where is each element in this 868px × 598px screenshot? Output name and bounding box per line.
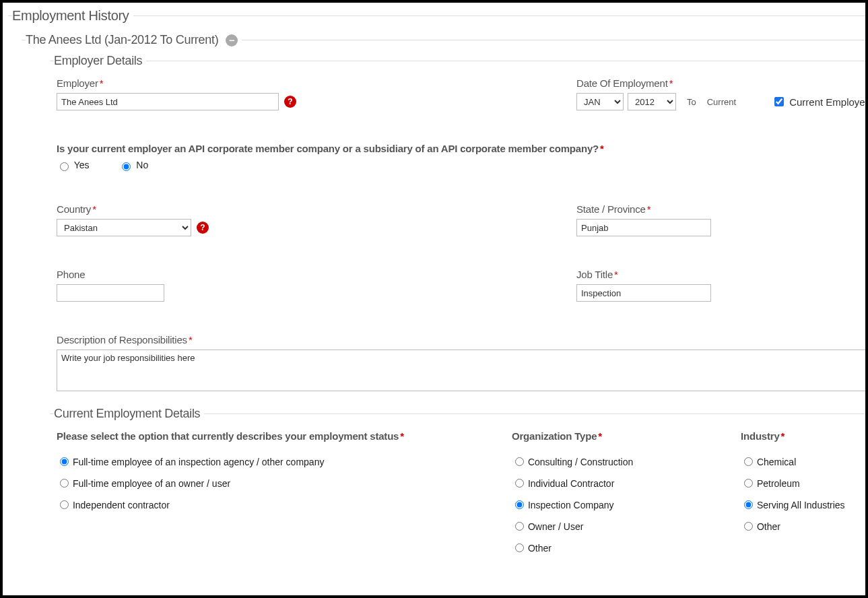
employer-details-section: Employer Details Employer* ? (50, 54, 868, 396)
org-type-owner[interactable]: Owner / User (512, 520, 741, 532)
emp-status-independent-radio[interactable] (60, 500, 69, 509)
org-type-other[interactable]: Other (512, 541, 741, 554)
org-type-inspection[interactable]: Inspection Company (512, 498, 741, 510)
responsibilities-label: Description of Responsibilities* (57, 334, 868, 345)
org-type-inspection-radio[interactable] (515, 500, 524, 509)
responsibilities-textarea[interactable]: Write your job responsibilities here (57, 350, 868, 391)
year-select[interactable]: 2012 (628, 93, 676, 110)
org-type-individual-radio[interactable] (515, 479, 524, 488)
industry-serving-all-radio[interactable] (744, 500, 753, 509)
emp-status-fulltime-inspection[interactable]: Full-time employee of an inspection agen… (57, 455, 512, 467)
org-type-other-radio[interactable] (515, 543, 524, 552)
current-employment-details-title: Current Employment Details (54, 407, 204, 421)
industry-chemical[interactable]: Chemical (741, 455, 845, 467)
help-icon[interactable]: ? (197, 222, 209, 234)
employer-input[interactable] (57, 93, 279, 110)
employment-status-label: Please select the option that currently … (57, 430, 512, 442)
emp-status-fulltime-owner[interactable]: Full-time employee of an owner / user (57, 477, 512, 489)
org-type-owner-radio[interactable] (515, 522, 524, 531)
to-value: Current (707, 97, 736, 107)
help-icon[interactable]: ? (284, 96, 296, 108)
api-member-no-label[interactable]: No (119, 160, 148, 170)
entry-title-text: The Anees Ltd (Jan-2012 To Current) (26, 33, 218, 46)
api-member-yes-radio[interactable] (60, 162, 69, 171)
emp-status-independent[interactable]: Independent contractor (57, 498, 512, 510)
date-of-employment-label: Date Of Employment* (576, 77, 772, 89)
employment-history-title: Employment History (12, 8, 133, 24)
industry-serving-all[interactable]: Serving All Industries (741, 498, 845, 510)
org-type-consulting[interactable]: Consulting / Construction (512, 455, 741, 467)
industry-chemical-radio[interactable] (744, 457, 753, 466)
state-label: State / Province* (576, 203, 711, 215)
employment-history-section: Employment History The Anees Ltd (Jan-20… (8, 8, 868, 576)
current-employment-details-section: Current Employment Details Please select… (50, 407, 868, 566)
country-select[interactable]: Pakistan (57, 219, 191, 236)
employer-details-title: Employer Details (54, 54, 146, 68)
industry-other-radio[interactable] (744, 522, 753, 531)
emp-status-fulltime-owner-radio[interactable] (60, 479, 69, 488)
to-label: To (687, 97, 696, 107)
current-employer-checkbox[interactable] (774, 97, 784, 106)
job-title-label: Job Title* (576, 269, 711, 280)
phone-label: Phone (57, 269, 576, 280)
employment-entry-title: The Anees Ltd (Jan-2012 To Current) − (26, 33, 242, 47)
month-select[interactable]: JAN (576, 93, 624, 110)
api-member-no-radio[interactable] (122, 162, 131, 171)
job-title-input[interactable] (576, 284, 711, 302)
industry-label: Industry* (741, 430, 845, 442)
employment-entry: The Anees Ltd (Jan-2012 To Current) − Em… (22, 33, 868, 571)
country-label: Country* (57, 203, 576, 215)
industry-petroleum[interactable]: Petroleum (741, 477, 845, 489)
state-input[interactable] (576, 219, 711, 236)
api-member-yes-label[interactable]: Yes (57, 160, 92, 170)
emp-status-fulltime-inspection-radio[interactable] (60, 457, 69, 466)
industry-other[interactable]: Other (741, 520, 845, 532)
phone-input[interactable] (57, 284, 164, 302)
org-type-individual[interactable]: Individual Contractor (512, 477, 741, 489)
org-type-consulting-radio[interactable] (515, 457, 524, 466)
org-type-label: Organization Type* (512, 430, 741, 442)
collapse-icon[interactable]: − (226, 34, 238, 46)
api-member-question: Is your current employer an API corporat… (57, 143, 868, 154)
current-employer-checkbox-label[interactable]: Current Employer (772, 95, 868, 108)
employer-label: Employer* (57, 77, 576, 89)
industry-petroleum-radio[interactable] (744, 479, 753, 488)
